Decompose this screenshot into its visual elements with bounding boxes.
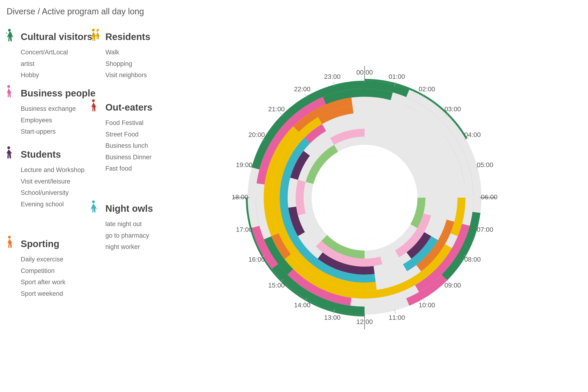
legend-residents: Residents Walk Shopping Visit neighbors (89, 28, 150, 81)
cultural-icon (5, 28, 18, 45)
nightowls-icon (89, 200, 102, 217)
svg-text:05:00: 05:00 (477, 161, 493, 168)
chart-container: 00:0001:0002:0003:0004:0005:0006:0007:00… (160, 14, 574, 382)
outeaters-icon (89, 99, 102, 116)
business-icon (5, 85, 18, 102)
svg-point-1 (7, 85, 10, 88)
svg-text:09:00: 09:00 (445, 282, 461, 289)
svg-point-4 (92, 29, 95, 32)
svg-text:01:00: 01:00 (389, 73, 405, 80)
outeaters-items: Food Festival Street Food Business lunch… (89, 117, 152, 174)
students-icon (5, 146, 18, 163)
svg-text:17:00: 17:00 (236, 226, 252, 233)
legend-students: Students Lecture and Workshop Visit even… (5, 146, 84, 210)
svg-point-6 (97, 29, 99, 30)
svg-text:23:00: 23:00 (324, 73, 341, 80)
svg-text:06:00: 06:00 (481, 194, 498, 201)
sporting-title: Sporting (21, 238, 59, 249)
residents-icon (89, 28, 102, 45)
svg-text:22:00: 22:00 (294, 86, 310, 93)
nightowls-title: Night owls (105, 203, 153, 214)
residents-title: Residents (105, 32, 150, 42)
svg-text:10:00: 10:00 (419, 302, 435, 309)
svg-text:19:00: 19:00 (236, 161, 252, 168)
svg-text:14:00: 14:00 (294, 302, 310, 309)
legend-business: Business people Business exchange Employ… (5, 85, 95, 138)
svg-text:03:00: 03:00 (445, 106, 461, 113)
svg-point-8 (92, 200, 95, 203)
cultural-title: Cultural visitors (21, 32, 92, 42)
page-title: Diverse / Active program all day long (6, 6, 144, 16)
svg-text:02:00: 02:00 (419, 86, 435, 93)
svg-point-0 (8, 29, 11, 32)
legend-outeaters: Out-eaters Food Festival Street Food Bus… (89, 99, 152, 174)
svg-text:08:00: 08:00 (464, 256, 481, 263)
business-title: Business people (21, 88, 95, 98)
students-items: Lecture and Workshop Visit event/leisure… (5, 164, 84, 210)
svg-text:16:00: 16:00 (248, 256, 265, 263)
svg-text:13:00: 13:00 (324, 314, 341, 321)
students-title: Students (21, 149, 61, 160)
nightowls-items: late night out go to pharmacy night work… (89, 218, 153, 253)
svg-text:00:00: 00:00 (356, 69, 373, 76)
svg-point-3 (8, 236, 11, 238)
cultural-items: Concert/ArtLocal artist Hobby (5, 46, 92, 81)
sporting-icon (5, 235, 18, 252)
legend-nightowls: Night owls late night out go to pharmacy… (89, 200, 153, 253)
svg-point-2 (7, 146, 10, 149)
svg-text:21:00: 21:00 (268, 106, 285, 113)
svg-text:07:00: 07:00 (477, 226, 493, 233)
legend-sporting: Sporting Daily excercise Competition Spo… (5, 235, 66, 299)
svg-text:04:00: 04:00 (464, 131, 481, 138)
outeaters-title: Out-eaters (105, 102, 152, 113)
business-items: Business exchange Employees Start-uppers (5, 103, 95, 138)
legend-cultural: Cultural visitors Concert/ArtLocal artis… (5, 28, 92, 81)
svg-text:15:00: 15:00 (268, 282, 285, 289)
residents-items: Walk Shopping Visit neighbors (89, 46, 150, 81)
svg-text:11:00: 11:00 (389, 314, 405, 321)
svg-point-7 (92, 99, 95, 102)
svg-text:18:00: 18:00 (232, 194, 248, 201)
sporting-items: Daily excercise Competition Sport after … (5, 254, 66, 299)
svg-text:12:00: 12:00 (356, 318, 373, 326)
svg-text:20:00: 20:00 (248, 131, 265, 138)
